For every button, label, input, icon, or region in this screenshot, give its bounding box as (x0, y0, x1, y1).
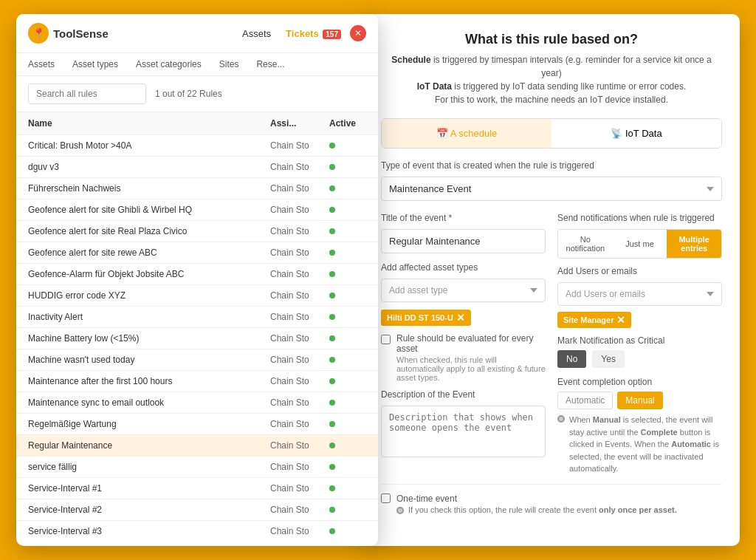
notif-multiple-button[interactable]: Multiple entries (667, 230, 721, 258)
asset-type-label: Add affected asset types (381, 262, 546, 273)
status-dot (329, 250, 335, 256)
table-row[interactable]: Service-Interval #3 Chain Sto (16, 521, 378, 538)
status-dot (329, 207, 335, 213)
two-columns: Title of the event * Add affected asset … (381, 213, 722, 475)
notification-label: Send notifications when rule is triggere… (557, 213, 722, 223)
trigger-iot-button[interactable]: 📡 IoT Data (551, 119, 721, 148)
table-row[interactable]: Service-Interval #2 Chain Sto (16, 499, 378, 521)
table-row[interactable]: Führerschein Nachweis Chain Sto (16, 178, 378, 199)
evaluate-checkbox[interactable] (381, 335, 391, 344)
app-logo: 📍 ToolSense (28, 23, 109, 44)
trigger-schedule-button[interactable]: 📅 A schedule (382, 119, 551, 148)
event-type-row: Type of event that is created when the r… (381, 160, 722, 201)
rule-subtitle: Schedule is triggered by timespan interv… (381, 53, 722, 106)
secondary-nav-sites[interactable]: Sites (219, 59, 239, 69)
table-row[interactable]: Regelmäßige Wartung Chain Sto (16, 414, 378, 435)
toggle-no-button[interactable]: No (557, 350, 586, 368)
users-label: Add Users or emails (557, 266, 722, 276)
secondary-nav-assets[interactable]: Assets (28, 59, 55, 69)
divider (381, 484, 722, 485)
description-label: Description of the Event (381, 389, 546, 400)
rules-count: 1 out of 22 Rules (155, 89, 222, 99)
table-row[interactable]: Machine Battery low (<15%) Chain Sto (16, 328, 378, 349)
trigger-buttons: 📅 A schedule 📡 IoT Data (381, 118, 722, 148)
secondary-nav-asset-types[interactable]: Asset types (72, 59, 118, 69)
row-assigned: Chain Sto (270, 290, 329, 301)
status-dot (329, 400, 335, 406)
right-panel: What is this rule based on? Schedule is … (363, 14, 740, 546)
table-row[interactable]: service fällig Chain Sto (16, 457, 378, 478)
row-assigned: Chain Sto (270, 505, 329, 515)
th-name: Name (28, 118, 270, 129)
secondary-nav-asset-categories[interactable]: Asset categories (136, 59, 202, 69)
asset-tag-close[interactable]: ✕ (456, 313, 465, 323)
col-right: Send notifications when rule is triggere… (557, 213, 722, 475)
notif-just-me-button[interactable]: Just me (613, 230, 667, 258)
app-header: 📍 ToolSense Assets Tickets 157 ✕ (16, 14, 378, 53)
row-name: service fällig (28, 462, 270, 472)
row-assigned: Chain Sto (270, 140, 329, 151)
one-time-checkbox[interactable] (381, 494, 391, 503)
table-row[interactable]: Geofence alert for site Real Plaza Civic… (16, 221, 378, 242)
row-assigned: Chain Sto (270, 312, 329, 322)
table-row[interactable]: Maintenance after the first 100 hours Ch… (16, 371, 378, 392)
nav-tab-tickets: Tickets 157 (286, 25, 341, 42)
status-dot (329, 464, 335, 470)
row-name: Regular Maintenance (28, 440, 270, 451)
evaluate-checkbox-row: Rule should be evaluated for every asset… (381, 333, 546, 382)
one-time-radio (396, 507, 404, 514)
table-row[interactable]: HUDDIG error code XYZ Chain Sto (16, 285, 378, 307)
notification-buttons: No notification Just me Multiple entries (557, 229, 722, 259)
event-title-input[interactable] (381, 229, 546, 253)
secondary-nav: Assets Asset types Asset categories Site… (16, 53, 378, 76)
row-status (329, 143, 366, 148)
asset-tags: Hilti DD ST 150-U ✕ (381, 310, 546, 326)
table-row[interactable]: Regular Maintenance Chain Sto (16, 435, 378, 457)
search-input[interactable] (28, 83, 146, 104)
row-name: Maintenance after the first 100 hours (28, 376, 270, 386)
table-row[interactable]: Critical: Brush Motor >40A Chain Sto (16, 135, 378, 157)
toggle-group: No Yes (557, 350, 722, 368)
table-row[interactable]: Service-Interval #1 Chain Sto (16, 478, 378, 499)
checkbox-desc: When checked, this rule will automatical… (396, 355, 546, 382)
comp-automatic-button[interactable]: Automatic (557, 392, 613, 409)
close-button[interactable]: ✕ (350, 25, 366, 41)
comp-manual-button[interactable]: Manual (617, 392, 662, 409)
row-assigned: Chain Sto (270, 226, 329, 236)
site-manager-tag-close[interactable]: ✕ (616, 315, 625, 325)
table-row[interactable]: Inactivity Alert Chain Sto (16, 307, 378, 328)
table-row[interactable]: dguv v3 Chain Sto (16, 157, 378, 178)
event-type-label: Type of event that is created when the r… (381, 160, 722, 171)
subtitle-line3: For this to work, the machine needs an I… (435, 95, 668, 105)
status-dot (329, 271, 335, 277)
description-textarea[interactable] (381, 406, 546, 457)
status-dot (329, 485, 335, 491)
row-name: Service-Interval #2 (28, 505, 270, 515)
nav-tab-assets[interactable]: Assets (242, 25, 271, 42)
row-assigned: Chain Sto (270, 269, 329, 279)
event-type-select[interactable]: Maintenance Event (381, 177, 722, 201)
site-manager-tag: Site Manager ✕ (557, 312, 631, 328)
checkbox-label: Rule should be evaluated for every asset (396, 333, 546, 354)
row-name: Machine Battery low (<15%) (28, 333, 270, 344)
iot-keyword: IoT Data (417, 81, 452, 92)
table-row[interactable]: Geofence alert for site rewe ABC Chain S… (16, 242, 378, 264)
table-row[interactable]: Geofence-Alarm für Objekt Jobsite ABC Ch… (16, 264, 378, 285)
users-select[interactable]: Add Users or emails (557, 282, 722, 306)
iot-icon: 📡 (611, 128, 625, 139)
completion-options: Automatic Manual (557, 392, 722, 409)
notif-no-button[interactable]: No notification (558, 230, 613, 258)
table-row[interactable]: Maintenance sync to email outlook Chain … (16, 392, 378, 414)
row-status (329, 378, 366, 384)
table-row[interactable]: Machine wasn't used today Chain Sto (16, 349, 378, 371)
asset-type-select[interactable]: Add asset type (381, 279, 546, 302)
secondary-nav-rese[interactable]: Rese... (256, 59, 284, 69)
row-name: dguv v3 (28, 162, 270, 172)
row-assigned: Chain Sto (270, 205, 329, 215)
status-dot (329, 528, 335, 534)
row-assigned: Chain Sto (270, 247, 329, 258)
table-row[interactable]: Geofence alert for site Ghibli & Wirbel … (16, 199, 378, 221)
row-name: Critical: Brush Motor >40A (28, 140, 270, 151)
row-assigned: Chain Sto (270, 355, 329, 365)
toggle-yes-button[interactable]: Yes (592, 350, 625, 368)
